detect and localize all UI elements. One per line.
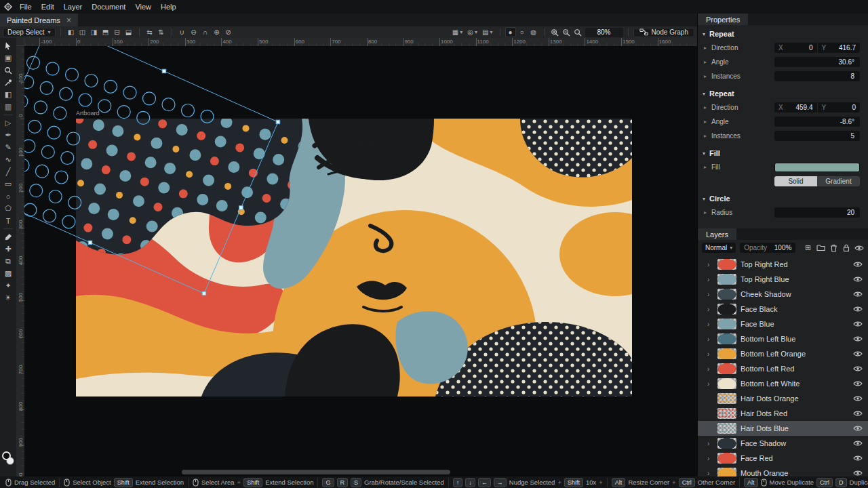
- align-vertical-center-icon[interactable]: ⊟: [112, 27, 123, 37]
- selection-handle[interactable]: [88, 241, 92, 245]
- blend-mode-dropdown[interactable]: Normal ▾: [702, 243, 736, 253]
- align-horizontal-center-icon[interactable]: ◫: [77, 27, 88, 37]
- align-left-icon[interactable]: ◧: [66, 27, 77, 37]
- selection-handle[interactable]: [202, 291, 206, 296]
- delete-layer-button[interactable]: [829, 244, 838, 252]
- instances-input[interactable]: 8: [774, 71, 860, 81]
- boolean-union-icon[interactable]: ∪: [177, 27, 188, 37]
- view-mode-icon[interactable]: ▦▾: [450, 27, 465, 37]
- layer-visibility-eye-icon[interactable]: [852, 470, 864, 476]
- text-tool[interactable]: T: [1, 215, 15, 226]
- new-folder-button[interactable]: [816, 244, 825, 251]
- layer-row-top-right-blue[interactable]: ›Top Right Blue: [698, 272, 868, 287]
- x-input[interactable]: X0: [774, 43, 817, 53]
- viewport-canvas[interactable]: Artboard: [24, 46, 697, 476]
- freehand-tool[interactable]: ✎: [1, 142, 15, 153]
- radius-input[interactable]: 20: [774, 207, 860, 218]
- layer-visibility-eye-icon[interactable]: [852, 380, 864, 387]
- layer-visibility-eye-icon[interactable]: [852, 440, 864, 447]
- layer-expand-chevron-icon[interactable]: ›: [707, 291, 713, 298]
- opacity-field[interactable]: Opacity 100%: [740, 243, 795, 253]
- layer-row-hair-dots-blue[interactable]: Hair Dots Blue: [698, 421, 868, 436]
- layer-row-bottom-left-white[interactable]: ›Bottom Left White: [698, 376, 868, 391]
- heal-tool[interactable]: ✚: [1, 243, 15, 255]
- angle-input[interactable]: 30.6°: [774, 57, 860, 67]
- pen-tool[interactable]: ✒: [1, 129, 15, 141]
- x-input[interactable]: X459.4: [774, 102, 817, 113]
- layer-expand-chevron-icon[interactable]: ›: [707, 380, 713, 388]
- layer-row-face-blue[interactable]: ›Face Blue: [698, 317, 868, 331]
- layer-visibility-eye-icon[interactable]: [852, 321, 864, 327]
- layer-row-mouth-orange[interactable]: ›Mouth Orange: [698, 466, 868, 476]
- polygon-tool[interactable]: ⬠: [1, 203, 15, 214]
- menu-layer[interactable]: Layer: [59, 2, 87, 12]
- align-bottom-icon[interactable]: ⬓: [123, 27, 134, 37]
- layer-expand-chevron-icon[interactable]: ›: [707, 455, 713, 462]
- eyedropper-tool[interactable]: [1, 77, 15, 88]
- layer-row-cheek-shadow[interactable]: ›Cheek Shadow: [698, 287, 868, 302]
- render-final-icon[interactable]: ●: [505, 27, 516, 37]
- layer-expand-chevron-icon[interactable]: ›: [707, 306, 713, 313]
- layer-expand-chevron-icon[interactable]: ›: [707, 365, 713, 373]
- layer-visibility-eye-icon[interactable]: [852, 350, 864, 357]
- new-layer-button[interactable]: ⊞: [804, 243, 812, 252]
- menu-help[interactable]: Help: [156, 2, 181, 12]
- layer-row-face-red[interactable]: ›Face Red: [698, 451, 868, 466]
- solid-fill-button[interactable]: Solid: [774, 176, 817, 186]
- layer-visibility-eye-icon[interactable]: [852, 276, 864, 283]
- menu-file[interactable]: File: [15, 2, 37, 12]
- layer-visibility-eye-icon[interactable]: [852, 395, 864, 402]
- tab-layers[interactable]: Layers: [698, 228, 736, 240]
- render-pixels-icon[interactable]: ◍: [528, 27, 539, 37]
- selection-mode-dropdown[interactable]: Deep Select ▾: [3, 28, 56, 37]
- layer-expand-chevron-icon[interactable]: ›: [707, 440, 713, 447]
- boolean-subtract-back-icon[interactable]: ⊕: [212, 27, 222, 37]
- artboard-tool[interactable]: ▣: [1, 52, 15, 64]
- rectangle-tool[interactable]: ▭: [1, 178, 15, 190]
- layer-row-face-black[interactable]: ›Face Black: [698, 302, 868, 317]
- zoom-out-icon[interactable]: [561, 27, 572, 37]
- primary-color-swatch[interactable]: [2, 451, 11, 460]
- instances-input[interactable]: 5: [774, 131, 860, 141]
- y-input[interactable]: Y416.7: [818, 43, 861, 53]
- menu-view[interactable]: View: [130, 2, 156, 12]
- layer-row-bottom-left-blue[interactable]: ›Bottom Left Blue: [698, 331, 868, 346]
- layer-row-hair-dots-red[interactable]: Hair Dots Red: [698, 406, 868, 421]
- layer-row-top-right-red[interactable]: ›Top Right Red: [698, 257, 868, 272]
- layer-visibility-eye-icon[interactable]: [852, 425, 864, 432]
- layer-row-bottom-left-orange[interactable]: ›Bottom Left Orange: [698, 346, 868, 361]
- fill-tool[interactable]: ◧: [1, 89, 15, 100]
- boolean-divide-icon[interactable]: ⊘: [223, 27, 234, 37]
- layer-row-hair-dots-orange[interactable]: Hair Dots Orange: [698, 391, 868, 406]
- navigate-tool[interactable]: [1, 64, 15, 76]
- layer-expand-chevron-icon[interactable]: ›: [707, 261, 713, 268]
- align-right-icon[interactable]: ◨: [89, 27, 100, 37]
- layer-visibility-eye-icon[interactable]: [852, 365, 864, 372]
- flip-horizontal-icon[interactable]: ⇆: [144, 27, 155, 37]
- layer-expand-chevron-icon[interactable]: ›: [707, 470, 713, 477]
- layer-visibility-eye-icon[interactable]: [852, 306, 864, 312]
- layer-row-face-shadow[interactable]: ›Face Shadow: [698, 436, 868, 451]
- snapping-icon[interactable]: ▤▾: [480, 27, 494, 37]
- selection-handle[interactable]: [239, 206, 243, 210]
- layer-expand-chevron-icon[interactable]: ›: [707, 276, 713, 283]
- layer-visibility-eye-icon[interactable]: [852, 336, 864, 342]
- layer-visibility-eye-icon[interactable]: [852, 410, 864, 417]
- working-colors[interactable]: [2, 451, 16, 468]
- patch-tool[interactable]: ▩: [1, 268, 15, 279]
- layer-visibility-eye-icon[interactable]: [852, 455, 864, 462]
- zoom-level-value[interactable]: 80%: [585, 28, 623, 37]
- render-outline-icon[interactable]: ○: [517, 27, 528, 37]
- clone-tool[interactable]: ⧉: [1, 256, 15, 267]
- selection-handle[interactable]: [162, 69, 166, 73]
- ellipse-tool[interactable]: ○: [1, 190, 15, 202]
- graphite-logo-icon[interactable]: [4, 3, 12, 11]
- tab-properties[interactable]: Properties: [698, 14, 748, 25]
- section-header-repeat-1[interactable]: ▾Repeat: [698, 87, 868, 100]
- line-tool[interactable]: ╱: [1, 166, 15, 178]
- layer-visibility-eye-icon[interactable]: [852, 261, 864, 268]
- menu-edit[interactable]: Edit: [37, 2, 59, 12]
- path-tool[interactable]: ▷: [1, 117, 15, 129]
- boolean-intersect-icon[interactable]: ∩: [200, 27, 211, 37]
- section-header-fill-2[interactable]: ▾Fill: [698, 146, 868, 160]
